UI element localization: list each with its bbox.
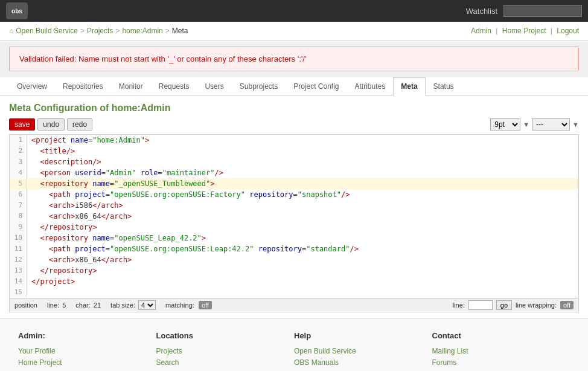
list-item: Forums	[432, 358, 570, 367]
home-project-footer-link[interactable]: Home Project	[18, 358, 62, 367]
line-num-13: 13	[10, 265, 27, 276]
line-go-label: line:	[453, 302, 465, 309]
wrap-value: off	[560, 301, 574, 309]
code-line-9: 9 </repository>	[10, 222, 578, 233]
breadcrumb: ⌂ Open Build Service > Projects > home:A…	[0, 22, 588, 40]
char-info: char: 21	[75, 302, 101, 309]
tab-label: tab size:	[110, 302, 135, 309]
tab-subprojects[interactable]: Subprojects	[232, 77, 286, 95]
obs-manuals-link[interactable]: OBS Manuals	[294, 358, 339, 367]
footer-help-title: Help	[294, 331, 432, 340]
tab-attributes[interactable]: Attributes	[347, 77, 394, 95]
line-value: 5	[62, 302, 66, 309]
code-line-3: 3 <description/>	[10, 156, 578, 167]
tab-size-select[interactable]: 428	[138, 300, 156, 310]
footer-contact-links: Mailing List Forums Chat (IRC) Twitter	[432, 346, 570, 371]
obs-logo[interactable]: obs	[6, 2, 28, 19]
tabs: Overview Repositories Monitor Requests U…	[0, 77, 588, 95]
sep3: >	[165, 27, 170, 35]
search-link[interactable]: Search	[156, 358, 179, 367]
obs-help-link[interactable]: Open Build Service	[294, 347, 356, 355]
code-line-6: 6 <path project="openSUSE.org:openSUSE:F…	[10, 189, 578, 200]
line-content-11: <path project="openSUSE.org:openSUSE:Lea…	[27, 244, 359, 254]
footer: Admin: Your Profile Home Project Logout …	[0, 318, 588, 371]
footer-help-links: Open Build Service OBS Manuals openSUSEs…	[294, 346, 432, 371]
tab-project-config[interactable]: Project Config	[286, 77, 347, 95]
watchlist-input[interactable]	[503, 5, 582, 17]
save-button[interactable]: save	[9, 118, 35, 131]
footer-col-admin: Admin: Your Profile Home Project Logout	[18, 331, 156, 371]
code-line-11: 11 <path project="openSUSE.org:openSUSE:…	[10, 244, 578, 254]
breadcrumb-right: Admin | Home Project | Logout	[471, 27, 579, 35]
line-num-12: 12	[10, 254, 27, 265]
list-item: OBS Manuals	[294, 358, 432, 367]
list-item: Your Profile	[18, 346, 156, 355]
code-line-1: 1 <project name="home:Admin">	[10, 135, 578, 146]
status-bar-right: line: go line wrapping: off	[453, 300, 574, 310]
tab-monitor[interactable]: Monitor	[111, 77, 151, 95]
char-value: 21	[94, 302, 101, 309]
code-line-5: 5 <repository name="_openSUSE_Tumbleweed…	[10, 178, 578, 189]
redo-button[interactable]: redo	[67, 118, 92, 131]
line-num-7: 7	[10, 200, 27, 211]
tab-users[interactable]: Users	[197, 77, 231, 95]
breadcrumb-obs-link[interactable]: Open Build Service	[16, 27, 78, 35]
line-content-14: </project>	[27, 276, 75, 287]
line-num-1: 1	[10, 135, 27, 146]
code-line-13: 13 </repository>	[10, 265, 578, 276]
code-line-14: 14 </project>	[10, 276, 578, 287]
home-project-link[interactable]: Home Project	[502, 27, 546, 35]
list-item: Search	[156, 358, 295, 367]
line-go-input[interactable]	[468, 300, 493, 310]
header: obs Watchlist	[0, 0, 588, 22]
line-label: line:	[47, 302, 59, 309]
line-num-8: 8	[10, 211, 27, 222]
footer-locations-links: Projects Search Status Monitor	[156, 346, 295, 371]
your-profile-link[interactable]: Your Profile	[18, 347, 56, 355]
line-content-8: <arch>x86_64</arch>	[27, 211, 132, 222]
code-line-7: 7 <arch>i586</arch>	[10, 200, 578, 211]
header-left: obs	[6, 2, 28, 19]
font-size-select[interactable]: 9pt 10pt 11pt 12pt	[490, 118, 520, 131]
line-num-2: 2	[10, 146, 27, 156]
list-item: Home Project	[18, 358, 156, 367]
error-message: Validation failed: Name must not start w…	[19, 54, 306, 63]
undo-button[interactable]: undo	[37, 118, 65, 131]
code-editor[interactable]: 1 <project name="home:Admin"> 2 <title/>…	[9, 134, 579, 298]
list-item: Mailing List	[432, 346, 570, 355]
line-num-4: 4	[10, 167, 27, 178]
breadcrumb-home-admin-link[interactable]: home:Admin	[122, 27, 162, 35]
footer-col-help: Help Open Build Service OBS Manuals open…	[294, 331, 432, 371]
matching-info: matching: off	[165, 302, 212, 309]
projects-link[interactable]: Projects	[156, 347, 182, 355]
go-button[interactable]: go	[496, 300, 512, 310]
sep1: >	[80, 27, 85, 35]
code-line-2: 2 <title/>	[10, 146, 578, 156]
editor-toolbar: save undo redo 9pt 10pt 11pt 12pt ▼ --- …	[9, 118, 579, 131]
tab-meta[interactable]: Meta	[393, 77, 425, 95]
tab-status[interactable]: Status	[426, 77, 462, 95]
section-title: Meta Configuration of home:Admin	[9, 95, 579, 118]
list-item: Projects	[156, 346, 295, 355]
footer-admin-title: Admin:	[18, 331, 156, 340]
error-banner: Validation failed: Name must not start w…	[9, 47, 579, 71]
pipe2: |	[551, 27, 552, 35]
sep2: >	[115, 27, 120, 35]
tab-overview[interactable]: Overview	[9, 77, 55, 95]
tab-repositories[interactable]: Repositories	[55, 77, 111, 95]
line-content-15	[27, 287, 36, 298]
logout-link[interactable]: Logout	[557, 27, 579, 35]
line-content-2: <title/>	[27, 146, 75, 156]
mailing-list-link[interactable]: Mailing List	[432, 347, 468, 355]
breadcrumb-projects-link[interactable]: Projects	[87, 27, 113, 35]
home-icon[interactable]: ⌂	[9, 27, 13, 35]
font-size-arrow: ▼	[523, 121, 529, 128]
theme-select[interactable]: --- default dark	[532, 118, 570, 131]
theme-arrow: ▼	[572, 121, 579, 128]
forums-link[interactable]: Forums	[432, 358, 457, 367]
tab-requests[interactable]: Requests	[151, 77, 197, 95]
line-num-5: 5	[10, 178, 27, 189]
footer-admin-links: Your Profile Home Project Logout	[18, 346, 156, 371]
char-label: char:	[75, 302, 90, 309]
admin-link[interactable]: Admin	[471, 27, 491, 35]
